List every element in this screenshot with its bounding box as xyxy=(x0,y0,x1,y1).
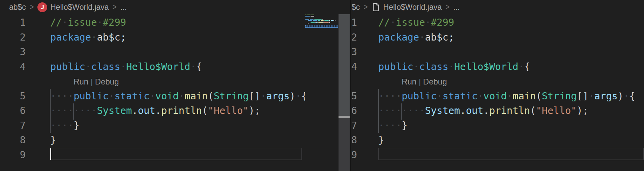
code-line[interactable]: package·ab$c; xyxy=(378,30,644,45)
minimap-code-segment xyxy=(311,16,314,17)
breadcrumb-item[interactable]: ab$c xyxy=(9,3,26,12)
breadcrumb-label: ... xyxy=(120,3,127,12)
line-number[interactable]: 6 xyxy=(0,103,26,118)
codelens-run-debug: Run | Debug xyxy=(402,74,447,89)
editor-pane-right[interactable]: $c>Hello$World.java>...1//·issue·#2992pa… xyxy=(351,0,644,171)
line-number[interactable]: 2 xyxy=(351,30,357,45)
code-token: // xyxy=(378,17,390,28)
line-number[interactable]: 1 xyxy=(351,15,357,30)
whitespace-dots: · xyxy=(588,90,594,102)
indent-guide xyxy=(73,103,74,120)
whitespace-dots: · xyxy=(120,61,126,72)
minimap-code-segment xyxy=(311,15,314,16)
whitespace-dots: · xyxy=(91,31,97,43)
codelens-run-link[interactable]: Run xyxy=(402,77,416,86)
code-token: public xyxy=(50,61,85,72)
line-number[interactable]: 3 xyxy=(351,45,357,59)
minimap[interactable] xyxy=(305,14,339,171)
text-cursor xyxy=(50,148,51,160)
code-token: public xyxy=(74,90,109,102)
breadcrumb-item[interactable]: JHello$World.java xyxy=(37,2,109,12)
minimap-code-segment xyxy=(333,20,334,21)
code-token: System xyxy=(425,105,460,116)
line-number[interactable]: 7 xyxy=(351,118,357,133)
code-line[interactable]: ····public·static·void·main(String[]·arg… xyxy=(50,89,305,104)
code-line[interactable]: } xyxy=(50,133,305,148)
line-number[interactable]: 8 xyxy=(351,133,357,148)
vertical-scrollbar-thumb[interactable] xyxy=(339,14,350,117)
code-line[interactable]: //·issue·#299 xyxy=(378,15,644,30)
line-number[interactable]: 8 xyxy=(0,133,26,148)
code-token: ); xyxy=(577,105,589,116)
code-token: } xyxy=(74,120,79,131)
minimap-code-segment xyxy=(321,20,324,21)
minimap-code-segment xyxy=(316,22,318,23)
line-number[interactable]: 9 xyxy=(351,148,357,163)
line-number[interactable]: 7 xyxy=(0,118,26,133)
code-line[interactable] xyxy=(378,45,644,59)
code-line[interactable]: public·class·Hello$World·{ xyxy=(50,59,305,74)
code-line[interactable]: //·issue·#299 xyxy=(50,15,305,30)
code-line[interactable] xyxy=(50,45,305,59)
line-number[interactable]: 1 xyxy=(0,15,26,30)
whitespace-dots: ···· xyxy=(378,120,402,131)
code-token: } xyxy=(402,120,407,131)
code-token: . xyxy=(484,105,489,116)
line-number[interactable]: 4 xyxy=(0,59,26,74)
line-number[interactable]: 6 xyxy=(351,103,357,118)
code-token: out xyxy=(138,105,155,116)
code-token: [] xyxy=(577,90,589,102)
line-number[interactable]: 5 xyxy=(351,89,357,104)
whitespace-dots: · xyxy=(97,17,103,28)
indent-guide xyxy=(50,89,51,133)
code-line[interactable]: public·class·Hello$World·{ xyxy=(378,59,644,74)
whitespace-dots: · xyxy=(518,61,524,72)
code-line[interactable]: } xyxy=(378,133,644,148)
line-number[interactable]: 5 xyxy=(0,89,26,104)
breadcrumb-item[interactable]: Hello$World.java xyxy=(372,2,442,12)
minimap-code-segment xyxy=(324,22,328,23)
whitespace-dots: · xyxy=(109,90,114,102)
editor-pane-left[interactable]: ab$c>JHello$World.java>...1//·issue·#299… xyxy=(0,0,350,171)
code-line[interactable]: ········System.out.println("Hello"); xyxy=(378,103,644,118)
line-number[interactable]: 4 xyxy=(351,59,357,74)
code-token: args xyxy=(266,90,290,102)
code-token: class xyxy=(419,61,448,72)
code-token: Hello$World xyxy=(454,61,518,72)
codelens-debug-link[interactable]: Debug xyxy=(95,77,119,86)
code-line[interactable]: package·ab$c; xyxy=(50,30,305,45)
breadcrumb-item[interactable]: $c xyxy=(352,3,360,12)
whitespace-dots: · xyxy=(419,31,425,43)
minimap-code-segment xyxy=(308,23,309,24)
breadcrumb-label: Hello$World.java xyxy=(50,3,109,12)
whitespace-dots: · xyxy=(507,90,513,102)
line-number[interactable]: 2 xyxy=(0,30,26,45)
breadcrumb-label: Hello$World.java xyxy=(383,3,442,12)
code-line[interactable]: ····public·static·void·main(String[]·arg… xyxy=(378,89,644,104)
line-number[interactable]: 9 xyxy=(0,148,26,163)
code-line[interactable]: ····} xyxy=(50,118,305,133)
minimap-code-segment xyxy=(313,20,317,21)
code-token: [] xyxy=(249,90,261,102)
codelens-run-link[interactable]: Run xyxy=(74,77,88,86)
code-token: "Hello" xyxy=(208,105,248,116)
code-token: package xyxy=(50,31,91,43)
code-line[interactable]: ····} xyxy=(378,118,644,133)
code-token: class xyxy=(91,61,120,72)
whitespace-dots: · xyxy=(425,17,431,28)
code-token: ) xyxy=(618,90,623,102)
line-number[interactable]: 3 xyxy=(0,45,26,59)
whitespace-dots: · xyxy=(190,61,196,72)
code-line[interactable]: ········System.out.println("Hello"); xyxy=(50,103,305,118)
breadcrumb-item[interactable]: ... xyxy=(453,3,460,12)
minimap-code-segment xyxy=(329,20,330,21)
scrollbar-drag-handle[interactable] xyxy=(339,116,350,118)
breadcrumb-item[interactable]: ... xyxy=(120,3,127,12)
codelens-debug-link[interactable]: Debug xyxy=(423,77,447,86)
code-token: String xyxy=(214,90,249,102)
plain-file-icon xyxy=(372,2,380,12)
code-token: println xyxy=(161,105,202,116)
minimap-code-segment xyxy=(305,16,310,17)
code-token: main xyxy=(184,90,208,102)
code-token: args xyxy=(594,90,618,102)
